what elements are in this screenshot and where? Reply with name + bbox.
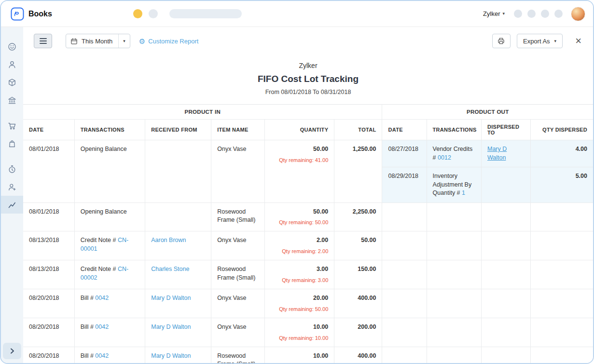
cell-date: 08/20/2018 [23,347,74,363]
qty-remaining-label: Qty remaining: 3.00 [271,277,328,284]
cell-received-from: Mary D Walton [145,289,211,318]
print-button[interactable] [492,34,511,48]
sidebar-item-banking[interactable] [1,91,23,109]
cell-dispersed-to [481,260,530,289]
chevron-right-icon [8,347,16,355]
cell-qty-dispersed [530,347,593,363]
export-as-label: Export As [523,38,550,45]
table-row: 08/20/2018Bill # 0042Mary D WaltonRosewo… [23,347,593,363]
qty-remaining-label: Qty remaining: 10.00 [271,335,328,342]
sidebar-expand-button[interactable] [3,343,21,359]
table-row: 08/01/2018Opening BalanceRosewood Frame … [23,202,593,231]
transaction-link[interactable]: 0042 [95,352,109,359]
topbar-icon-button[interactable] [527,10,536,18]
app-logo[interactable]: Books [11,7,52,21]
col-header-dispersed-to: DISPERSED TO [481,120,530,140]
customize-report-button[interactable]: ⚙ Customize Report [139,38,199,45]
cell-item-name: Onyx Vase [211,289,265,318]
transaction-link[interactable]: CN-00002 [81,266,128,281]
cell-out-date [382,202,427,231]
cell-out-date: 08/27/2018 [382,140,427,167]
cell-total: 400.00 [334,347,382,363]
export-as-button[interactable]: Export As ▾ [517,34,563,48]
cell-date: 08/01/2018 [23,202,74,231]
user-avatar[interactable] [571,7,585,21]
sidebar-item-items[interactable] [1,73,23,91]
product-out-group-header: PRODUCT OUT [382,105,593,120]
app-window: Books Zylker ▾ [0,0,594,364]
cell-out-transactions [427,318,481,347]
topbar-icon-button[interactable] [541,10,549,18]
period-filter-dropdown[interactable]: This Month ▾ [66,34,130,48]
cell-out-transactions [427,260,481,289]
calendar-icon [70,38,78,45]
cell-dispersed-to: Mary D Walton [481,140,530,167]
transaction-link[interactable]: 0042 [95,295,109,301]
cell-dispersed-to [481,289,530,318]
col-header-received-from: RECEIVED FROM [145,120,211,140]
sidebar-item-reports[interactable] [1,196,23,214]
cell-out-date: 08/29/2018 [382,167,427,203]
report-toolbar: This Month ▾ ⚙ Customize Report Export A… [23,27,593,54]
cell-out-transactions [427,289,481,318]
table-row: 08/01/2018Opening BalanceOnyx Vase50.00Q… [23,140,593,167]
cell-out-transactions [427,231,481,260]
cell-dispersed-to [481,202,530,231]
sidebar-item-purchases[interactable] [1,135,23,152]
contact-link[interactable]: Aaron Brown [151,237,186,243]
cell-quantity: 3.00Qty remaining: 3.00 [265,260,334,289]
cell-out-transactions: Inventory Adjustment By Quantity # 1 [427,167,481,203]
table-row: 08/20/2018Bill # 0042Mary D WaltonOnyx V… [23,318,593,347]
topbar-icon-button[interactable] [554,10,563,18]
sidebar-item-dashboard[interactable] [1,38,23,55]
line-chart-icon [7,200,17,210]
table-row: 08/20/2018Bill # 0042Mary D WaltonOnyx V… [23,289,593,318]
cell-date: 08/20/2018 [23,318,74,347]
transaction-link[interactable]: 0042 [95,324,109,330]
smiley-icon [7,42,17,52]
transaction-link[interactable]: 0012 [438,154,451,161]
col-header-qty-dispersed: QTY DISPERSED [530,120,593,140]
divider [118,34,119,48]
transaction-link[interactable]: CN-00001 [81,237,128,252]
cell-date: 08/13/2018 [23,231,74,260]
search-bar-placeholder [169,9,242,18]
table-row: 08/13/2018Credit Note # CN-00001Aaron Br… [23,231,593,260]
cell-quantity: 2.00Qty remaining: 2.00 [265,231,334,260]
col-header-quantity: QUANTITY [265,120,334,140]
collapse-menu-button[interactable] [34,34,52,48]
cell-total: 1,250.00 [334,140,382,203]
toolbar-right: Export As ▾ × [492,34,581,48]
person-icon [7,60,17,69]
report-org-name: Zylker [23,62,593,69]
cell-out-transactions: Vendor Credits # 0012 [427,140,481,167]
cell-received-from: Charles Stone [145,260,211,289]
org-selector[interactable]: Zylker ▾ [483,10,505,17]
report-header: Zylker FIFO Cost Lot Tracking From 08/01… [23,54,593,104]
customize-report-label: Customize Report [148,38,198,45]
cell-item-name: Onyx Vase [211,140,265,203]
close-report-button[interactable]: × [575,36,581,46]
contact-link[interactable]: Mary D Walton [151,324,191,330]
cell-qty-dispersed [530,202,593,231]
contact-link[interactable]: Mary D Walton [151,352,191,359]
topbar-icon-button[interactable] [514,10,522,18]
cell-received-from: Mary D Walton [145,347,211,363]
cell-dispersed-to [481,231,530,260]
sidebar-item-time-tracking[interactable] [1,160,23,178]
contact-link[interactable]: Charles Stone [151,266,189,272]
cell-qty-dispersed [530,318,593,347]
sidebar-item-accountant[interactable] [1,178,23,196]
cell-out-date [382,347,427,363]
contact-link[interactable]: Mary D Walton [151,295,191,301]
contact-link[interactable]: Mary D Walton [487,146,507,161]
cell-dispersed-to [481,347,530,363]
cell-out-transactions [427,202,481,231]
sidebar-item-sales[interactable] [1,117,23,135]
timer-icon [7,164,17,174]
books-logo-icon [11,7,24,21]
col-header-transactions: TRANSACTIONS [74,120,145,140]
cell-transactions: Credit Note # CN-00001 [74,231,145,260]
transaction-link[interactable]: 1 [462,189,465,196]
sidebar-item-contacts[interactable] [1,55,23,73]
